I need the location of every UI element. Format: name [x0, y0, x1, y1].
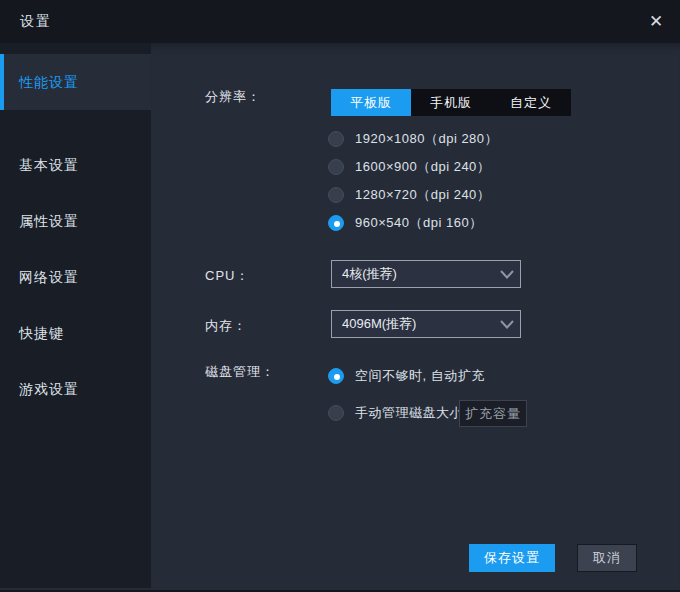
save-settings-button[interactable]: 保存设置	[469, 544, 555, 572]
close-icon[interactable]: ✕	[644, 9, 668, 33]
radio-label: 960×540（dpi 160）	[355, 214, 483, 232]
tab-custom[interactable]: 自定义	[491, 89, 571, 116]
cancel-button[interactable]: 取消	[577, 544, 637, 572]
radio-circle-icon	[328, 187, 344, 203]
memory-dropdown[interactable]: 4096M(推荐)	[331, 310, 521, 338]
radio-label: 1600×900（dpi 240）	[355, 158, 490, 176]
radio-960x540[interactable]: 960×540（dpi 160）	[328, 214, 483, 232]
radio-circle-icon	[328, 159, 344, 175]
radio-circle-icon	[328, 131, 344, 147]
sidebar: 性能设置 基本设置 属性设置 网络设置 快捷键 游戏设置	[0, 43, 151, 588]
resolution-tabbar: 平板版 手机版 自定义	[331, 89, 571, 116]
sidebar-item-performance[interactable]: 性能设置	[0, 54, 151, 110]
radio-circle-icon	[328, 405, 344, 421]
sidebar-item-game[interactable]: 游戏设置	[0, 361, 151, 417]
chevron-down-icon	[494, 270, 520, 279]
radio-circle-icon	[328, 368, 344, 384]
disk-label: 磁盘管理：	[205, 363, 275, 381]
radio-label: 1280×720（dpi 240）	[355, 186, 490, 204]
chevron-down-icon	[494, 320, 520, 329]
tab-phone[interactable]: 手机版	[411, 89, 491, 116]
radio-1280x720[interactable]: 1280×720（dpi 240）	[328, 186, 490, 204]
radio-1920x1080[interactable]: 1920×1080（dpi 280）	[328, 130, 498, 148]
memory-dropdown-value: 4096M(推荐)	[332, 315, 494, 333]
expand-capacity-button[interactable]: 扩充容量	[459, 400, 527, 427]
memory-label: 内存：	[205, 317, 247, 335]
sidebar-item-basic[interactable]: 基本设置	[0, 137, 151, 193]
tab-tablet[interactable]: 平板版	[331, 89, 411, 116]
radio-label: 1920×1080（dpi 280）	[355, 130, 498, 148]
cpu-dropdown[interactable]: 4核(推荐)	[331, 260, 521, 288]
window-title: 设置	[20, 13, 52, 31]
cpu-label: CPU：	[205, 267, 249, 285]
radio-label: 空间不够时, 自动扩充	[355, 367, 485, 385]
sidebar-item-property[interactable]: 属性设置	[0, 193, 151, 249]
radio-auto-expand[interactable]: 空间不够时, 自动扩充	[328, 367, 485, 385]
radio-label: 手动管理磁盘大小	[355, 404, 463, 422]
radio-manual-disk[interactable]: 手动管理磁盘大小	[328, 404, 463, 422]
sidebar-item-shortcut[interactable]: 快捷键	[0, 305, 151, 361]
titlebar: 设置 ✕	[0, 0, 680, 43]
settings-window: 设置 ✕ 性能设置 基本设置 属性设置 网络设置 快捷键 游戏设置 分辨率： 平…	[0, 0, 680, 592]
content-panel: 分辨率： 平板版 手机版 自定义 1920×1080（dpi 280） 1600…	[151, 43, 680, 588]
radio-circle-icon	[328, 215, 344, 231]
resolution-label: 分辨率：	[205, 88, 261, 106]
cpu-dropdown-value: 4核(推荐)	[332, 265, 494, 283]
radio-1600x900[interactable]: 1600×900（dpi 240）	[328, 158, 490, 176]
sidebar-item-network[interactable]: 网络设置	[0, 249, 151, 305]
